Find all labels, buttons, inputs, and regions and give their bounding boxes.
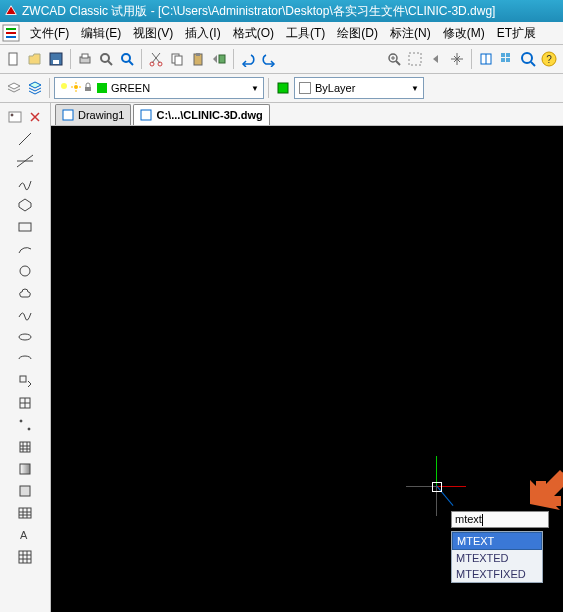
svg-rect-4 xyxy=(9,53,17,65)
svg-line-10 xyxy=(108,61,112,65)
line-tool[interactable] xyxy=(15,129,35,149)
hatch-tool[interactable] xyxy=(15,437,35,457)
sun-icon xyxy=(71,82,81,94)
svg-rect-19 xyxy=(219,55,225,63)
ellipse-arc-tool[interactable] xyxy=(15,349,35,369)
main-area: A Drawing1 C:\...\CLINIC-3D.dwg xyxy=(0,103,563,612)
svg-point-35 xyxy=(61,83,67,89)
chevron-down-icon: ▼ xyxy=(251,84,259,93)
menu-view[interactable]: 视图(V) xyxy=(127,23,179,44)
annotation-arrow xyxy=(526,456,563,519)
svg-rect-68 xyxy=(141,110,151,120)
menu-tools[interactable]: 工具(T) xyxy=(280,23,331,44)
menu-format[interactable]: 格式(O) xyxy=(227,23,280,44)
print-button[interactable] xyxy=(75,49,95,69)
svg-point-31 xyxy=(522,53,532,63)
svg-rect-67 xyxy=(63,110,73,120)
suggest-item[interactable]: MTEXTFIXED xyxy=(452,566,542,582)
arc-tool[interactable] xyxy=(15,239,35,259)
app-menu-icon[interactable] xyxy=(2,24,20,42)
grid-icon[interactable] xyxy=(497,49,517,69)
open-button[interactable] xyxy=(25,49,45,69)
svg-rect-37 xyxy=(85,87,91,91)
menu-insert[interactable]: 插入(I) xyxy=(179,23,226,44)
tab-label: C:\...\CLINIC-3D.dwg xyxy=(156,109,262,121)
svg-rect-1 xyxy=(6,28,16,30)
close-icon[interactable] xyxy=(25,107,45,127)
polygon-tool[interactable] xyxy=(15,195,35,215)
layer-icon[interactable] xyxy=(4,78,24,98)
menu-dim[interactable]: 标注(N) xyxy=(384,23,437,44)
paste-button[interactable] xyxy=(188,49,208,69)
color-swatch xyxy=(299,82,311,94)
lightbulb-icon xyxy=(59,82,69,94)
suggest-item[interactable]: MTEXTED xyxy=(452,550,542,566)
find-text-button[interactable] xyxy=(518,49,538,69)
insert-block-tool[interactable] xyxy=(15,371,35,391)
grid-tool[interactable] xyxy=(15,547,35,567)
zoom-prev-button[interactable] xyxy=(426,49,446,69)
point-tool[interactable] xyxy=(15,415,35,435)
chevron-down-icon: ▼ xyxy=(411,84,419,93)
menu-file[interactable]: 文件(F) xyxy=(24,23,75,44)
svg-rect-44 xyxy=(19,223,31,231)
layer-name: GREEN xyxy=(111,82,150,94)
svg-point-45 xyxy=(20,266,30,276)
cut-button[interactable] xyxy=(146,49,166,69)
rectangle-tool[interactable] xyxy=(15,217,35,237)
draw-toolbar: A xyxy=(0,103,51,612)
separator xyxy=(471,49,472,69)
revcloud-tool[interactable] xyxy=(15,283,35,303)
find-button[interactable] xyxy=(117,49,137,69)
svg-rect-18 xyxy=(196,53,200,56)
match-button[interactable] xyxy=(209,49,229,69)
svg-rect-28 xyxy=(506,53,510,57)
separator xyxy=(141,49,142,69)
zoom-realtime-button[interactable] xyxy=(384,49,404,69)
new-button[interactable] xyxy=(4,49,24,69)
copy-button[interactable] xyxy=(167,49,187,69)
svg-rect-30 xyxy=(506,58,510,62)
save-button[interactable] xyxy=(46,49,66,69)
svg-rect-8 xyxy=(82,54,88,58)
circle-tool[interactable] xyxy=(15,261,35,281)
ellipse-tool[interactable] xyxy=(15,327,35,347)
drawing-icon xyxy=(62,109,74,121)
pan-button[interactable] xyxy=(447,49,467,69)
gradient-tool[interactable] xyxy=(15,459,35,479)
svg-line-32 xyxy=(531,62,535,66)
drawing-canvas[interactable]: mtext MTEXT MTEXTED MTEXTFIXED xyxy=(51,126,563,612)
lock-icon xyxy=(83,82,93,94)
preview-button[interactable] xyxy=(96,49,116,69)
tab-clinic[interactable]: C:\...\CLINIC-3D.dwg xyxy=(133,104,269,125)
pline-tool[interactable] xyxy=(15,173,35,193)
tab-drawing1[interactable]: Drawing1 xyxy=(55,104,131,125)
svg-point-40 xyxy=(11,114,13,116)
layers-panel-button[interactable] xyxy=(25,78,45,98)
separator xyxy=(70,49,71,69)
undo-button[interactable] xyxy=(238,49,258,69)
svg-point-46 xyxy=(19,334,31,340)
zoom-window-button[interactable] xyxy=(405,49,425,69)
color-swatch xyxy=(97,83,107,93)
bylayer-select[interactable]: ByLayer ▼ xyxy=(294,77,424,99)
spline-tool[interactable] xyxy=(15,305,35,325)
layer-select[interactable]: GREEN ▼ xyxy=(54,77,264,99)
svg-rect-2 xyxy=(6,32,16,34)
table-tool[interactable] xyxy=(15,503,35,523)
recent-icon[interactable] xyxy=(5,107,25,127)
region-tool[interactable] xyxy=(15,481,35,501)
menu-draw[interactable]: 绘图(D) xyxy=(331,23,384,44)
text-tool[interactable]: A xyxy=(15,525,35,545)
redo-button[interactable] xyxy=(259,49,279,69)
menu-et[interactable]: ET扩展 xyxy=(491,23,542,44)
make-block-tool[interactable] xyxy=(15,393,35,413)
help-button[interactable]: ? xyxy=(539,49,559,69)
suggest-item[interactable]: MTEXT xyxy=(452,532,542,550)
svg-rect-39 xyxy=(9,112,21,122)
xline-tool[interactable] xyxy=(15,151,35,171)
book-icon[interactable] xyxy=(476,49,496,69)
menu-modify[interactable]: 修改(M) xyxy=(437,23,491,44)
layer-tools-icon[interactable] xyxy=(273,78,293,98)
menu-edit[interactable]: 编辑(E) xyxy=(75,23,127,44)
